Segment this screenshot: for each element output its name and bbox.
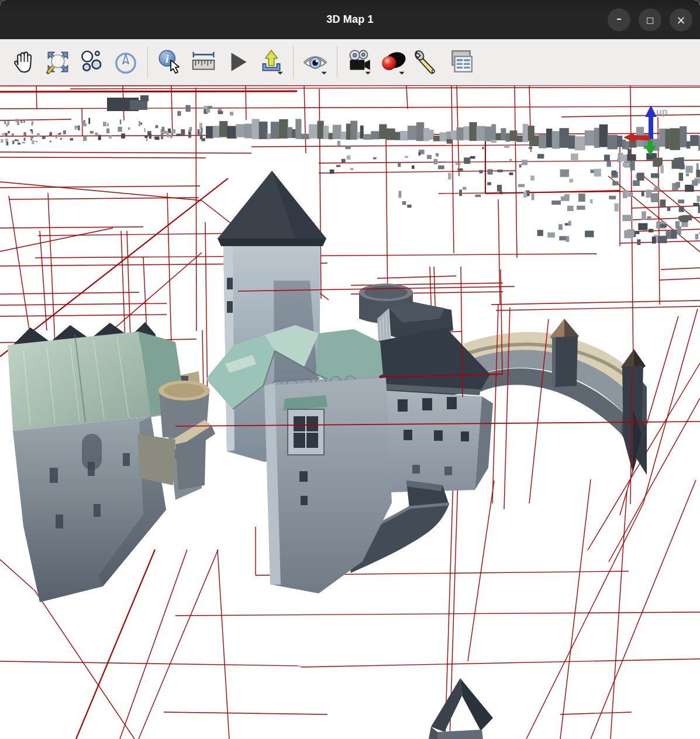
toolbar: i: [0, 39, 700, 85]
svg-text:i: i: [165, 52, 169, 65]
toolbar-separator: [147, 46, 148, 78]
ruler-icon: [189, 48, 218, 76]
identify-button[interactable]: i: [153, 44, 187, 80]
castle-far-structures: [143, 284, 647, 739]
compass-north-button[interactable]: [109, 44, 143, 80]
app-window: 3D Map 1 – □ ×: [0, 0, 700, 739]
circles-icon: [78, 48, 106, 76]
axis-up-label: up: [656, 107, 668, 117]
window-title: 3D Map 1: [326, 13, 374, 26]
scene-3d: up: [0, 85, 700, 739]
close-button[interactable]: ×: [670, 8, 692, 31]
export-view-button[interactable]: [254, 44, 288, 80]
compass-icon: [112, 48, 140, 76]
minimize-button[interactable]: –: [608, 8, 630, 31]
titlebar: 3D Map 1 – □ ×: [0, 0, 700, 39]
distant-city: [1, 95, 700, 245]
zoom-full-extent-button[interactable]: [41, 44, 75, 80]
pan-tool-button[interactable]: [7, 44, 41, 80]
info-cursor-icon: i: [156, 48, 184, 76]
camera-views-button[interactable]: [342, 44, 376, 80]
movie-camera-icon: [345, 48, 373, 76]
magnifier-arrows-icon: [44, 48, 72, 76]
settings-button[interactable]: [410, 44, 444, 80]
toolbar-separator: [337, 46, 337, 78]
wrench-icon: [413, 48, 441, 76]
play-animation-button[interactable]: [220, 44, 254, 80]
hand-icon: [10, 48, 38, 76]
toolbar-separator: [293, 46, 294, 78]
maximize-button[interactable]: □: [639, 8, 661, 31]
lighting-button[interactable]: [376, 44, 410, 80]
measure-button[interactable]: [187, 44, 220, 80]
window-controls: – □ ×: [608, 8, 692, 31]
report-window-icon: [447, 48, 475, 76]
play-icon: [223, 48, 251, 76]
eye-icon: [301, 48, 329, 76]
zoom-circles-button[interactable]: [75, 44, 109, 80]
visibility-button[interactable]: [298, 44, 332, 80]
upload-tray-icon: [257, 48, 285, 76]
map-3d-viewport[interactable]: up: [0, 85, 700, 739]
red-sphere-icon: [379, 48, 407, 76]
report-button[interactable]: [444, 44, 478, 80]
